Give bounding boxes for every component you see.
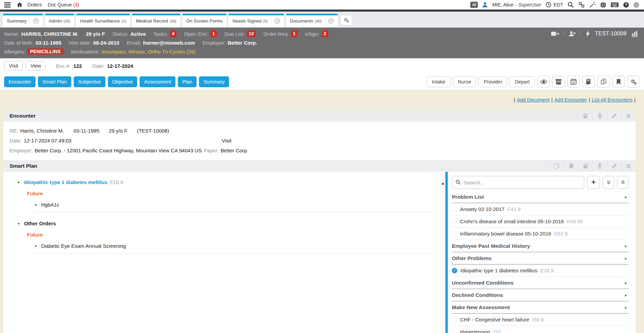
book-icon[interactable] [582, 76, 595, 88]
microphone-icon[interactable] [592, 110, 607, 122]
order-item[interactable]: ● HgbA1c [35, 202, 435, 212]
bookmark-icon[interactable] [612, 76, 625, 88]
provider-button[interactable]: Provider [478, 76, 507, 87]
problem-link[interactable]: Idiopathic type 1 diabetes mellitus [24, 179, 107, 185]
chart-stats-icon[interactable] [631, 30, 639, 37]
due-list-badge[interactable]: 12 [247, 30, 256, 37]
tab-health-surveillance[interactable]: Health Surveillance(1) [76, 14, 130, 27]
add-person-icon[interactable] [568, 31, 576, 37]
section-unconfirmed-conditions[interactable]: Unconfirmed Conditions [452, 277, 629, 289]
tab-needs-signed[interactable]: Needs Signed(5) [228, 14, 284, 27]
nav-smart-plan-button[interactable]: Smart Plan [38, 76, 71, 87]
settings-gears-icon[interactable] [627, 76, 640, 88]
unchecked-circle-icon[interactable] [452, 207, 457, 212]
section-declined-conditions[interactable]: Declined Conditions [452, 289, 629, 301]
nurse-button[interactable]: Nurse [453, 76, 476, 87]
close-icon[interactable] [621, 110, 635, 122]
collapse-section-icon[interactable] [624, 293, 629, 297]
condition-item[interactable]: Inflammatory bowel disease 05-10-2016 K5… [452, 228, 629, 240]
open-new-window-icon[interactable] [325, 18, 334, 24]
microphone-icon[interactable] [592, 160, 607, 172]
allergy-badge[interactable]: PENICILLINS [27, 48, 63, 55]
archive-box-icon[interactable] [552, 76, 565, 88]
unchecked-circle-icon[interactable] [452, 317, 457, 322]
pencil-icon[interactable] [607, 110, 621, 122]
book-icon[interactable] [578, 110, 592, 122]
tab-summary[interactable]: Summary [3, 14, 43, 27]
order-item[interactable]: ● Diabetic Eye Exam Annual Screening [35, 243, 435, 254]
collapse-panel-icon[interactable]: ◀ [441, 182, 444, 185]
pencil-icon[interactable] [607, 160, 621, 172]
condition-item[interactable]: Idiopathic type 1 diabetes mellitus E10.… [452, 264, 629, 277]
eye-icon[interactable] [537, 76, 550, 88]
section-make-new-assessment[interactable]: Make New Assessment [452, 301, 629, 314]
tab-documents[interactable]: Documents(40) [286, 14, 338, 27]
medications-list[interactable]: lorazepam, Miralax, Ortho Tri-Cyclen (28… [102, 49, 196, 55]
nav-orders[interactable]: Orders [27, 2, 42, 7]
unchecked-circle-icon[interactable] [452, 219, 457, 224]
search-icon[interactable] [567, 1, 574, 8]
collapse-section-icon[interactable] [624, 195, 629, 199]
status-dot[interactable] [633, 2, 639, 8]
video-camera-icon[interactable] [551, 31, 559, 37]
collapse-all-button[interactable] [617, 176, 629, 189]
open-enc-badge[interactable]: 1 [210, 30, 217, 37]
add-encounter-link[interactable]: Add Encounter [554, 97, 587, 103]
tasks-badge[interactable]: 4 [170, 30, 177, 37]
unchecked-circle-icon[interactable] [452, 329, 457, 333]
nav-summary-button[interactable]: Summary [199, 76, 229, 87]
order-req-badge[interactable]: 1 [291, 30, 298, 37]
nav-objective-button[interactable]: Objective [108, 76, 137, 87]
open-new-window-icon[interactable] [271, 18, 280, 24]
visit-button[interactable]: Visit [4, 61, 23, 71]
bookmark-icon[interactable] [564, 160, 578, 172]
intake-button[interactable]: Intake [427, 76, 450, 87]
tab-medical-record[interactable]: Medical Record(33) [132, 14, 180, 27]
add-document-link[interactable]: Add Document [517, 97, 550, 103]
timezone-label[interactable]: EDT [554, 2, 563, 7]
tab-settings-gear-icon[interactable] [341, 15, 352, 25]
nav-plan-button[interactable]: Plan [178, 76, 197, 87]
home-icon[interactable] [16, 2, 23, 8]
unchecked-circle-icon[interactable] [452, 231, 457, 236]
add-condition-button[interactable]: + [587, 176, 600, 189]
search-input[interactable] [452, 176, 584, 189]
condition-item[interactable]: Anxiety 02-10-2017 F41.9 [452, 203, 629, 215]
user-name[interactable]: MIE, Alice - SuperUser [492, 2, 541, 7]
tab-admin[interactable]: Admin(20) [45, 14, 74, 27]
nav-assessment-button[interactable]: Assessment [140, 76, 175, 87]
collapse-section-icon[interactable] [624, 244, 629, 248]
collapse-section-icon[interactable] [624, 256, 629, 260]
nav-encounter-button[interactable]: Encounter [4, 76, 35, 87]
nav-doc-queue[interactable]: Doc Queue(3) [48, 2, 79, 7]
menu-icon[interactable] [4, 2, 11, 7]
book-icon[interactable] [578, 160, 592, 172]
copy-icon[interactable] [549, 160, 564, 172]
section-problem-list[interactable]: Problem List [452, 191, 629, 203]
keyboard-icon[interactable] [611, 2, 619, 8]
condition-item[interactable]: Crohn's disease of small intestine 05-10… [452, 215, 629, 228]
view-button[interactable]: View [26, 61, 46, 71]
copy-icon[interactable] [597, 76, 610, 88]
calendar-check-icon[interactable] [567, 76, 580, 88]
condition-item[interactable]: CHF - Congestive heart failure I50.9 [452, 314, 629, 326]
wand-icon[interactable] [589, 1, 596, 8]
globe-icon[interactable] [600, 2, 606, 8]
panel-accent-strip[interactable] [445, 172, 448, 333]
ai-badge[interactable]: AI [470, 2, 478, 8]
collapse-section-icon[interactable] [624, 305, 629, 309]
depart-button[interactable]: Depart [510, 76, 535, 87]
lightning-icon[interactable] [585, 30, 590, 37]
tab-on-screen-forms[interactable]: On Screen Forms [182, 14, 227, 27]
link-icon[interactable] [578, 1, 585, 8]
section-employee-past-medical-history[interactable]: Employee Past Medical History [452, 240, 629, 252]
nav-subjective-button[interactable]: Subjective [74, 76, 105, 87]
open-new-window-icon[interactable] [30, 18, 39, 24]
help-icon[interactable]: ? [623, 2, 629, 8]
close-icon[interactable] [621, 160, 635, 172]
esign-badge[interactable]: 2 [321, 30, 328, 37]
expand-all-button[interactable] [603, 176, 614, 189]
list-all-encounters-link[interactable]: List All Encounters [592, 97, 632, 103]
checked-circle-icon[interactable] [452, 268, 457, 273]
section-other-problems[interactable]: Other Problems [452, 252, 629, 264]
